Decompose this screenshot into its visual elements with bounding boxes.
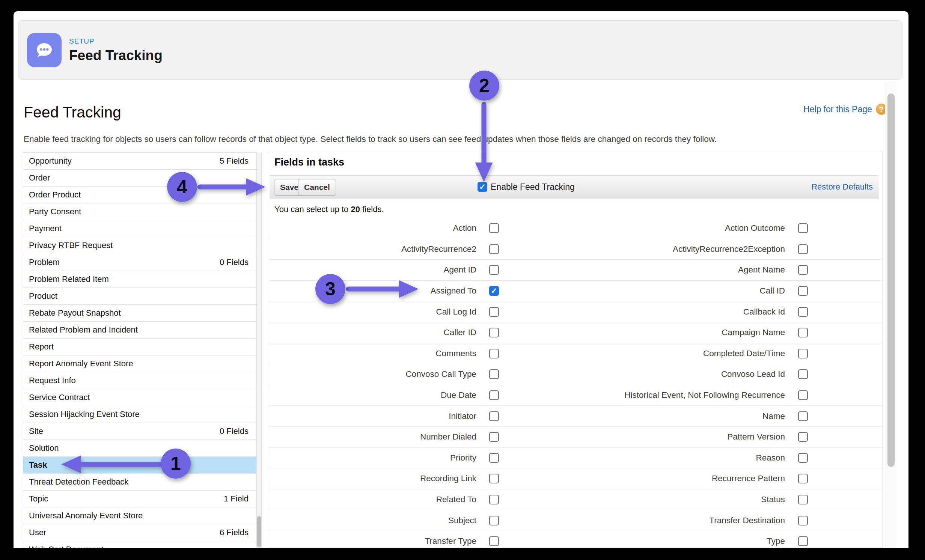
field-checkbox-historical-event-not-following-recurrence[interactable] [798, 390, 808, 400]
list-item-task[interactable]: Task [23, 457, 256, 474]
field-label: Historical Event, Not Following Recurren… [502, 385, 785, 406]
field-checkbox-activityrecurrence2[interactable] [489, 244, 499, 254]
field-checkbox-number-dialed[interactable] [489, 432, 499, 442]
field-label: Number Dialed [274, 427, 476, 447]
field-checkbox-related-to[interactable] [489, 495, 499, 504]
list-item-product[interactable]: Product [23, 288, 256, 305]
field-row: CommentsCompleted Date/Time [269, 343, 883, 364]
field-checkbox-completed-date-time[interactable] [798, 349, 808, 358]
field-checkbox-due-date[interactable] [489, 390, 499, 400]
field-row: ActionAction Outcome [269, 218, 883, 239]
field-label: Caller ID [274, 322, 476, 343]
field-checkbox-status[interactable] [798, 495, 808, 504]
list-item-threat-detection-feedback[interactable]: Threat Detection Feedback [23, 474, 256, 491]
field-checkbox-agent-id[interactable] [489, 265, 499, 275]
field-label: Agent Name [502, 260, 785, 280]
list-item-opportunity[interactable]: Opportunity5 Fields [23, 153, 256, 170]
cancel-button[interactable]: Cancel [298, 179, 336, 196]
field-label: Transfer Type [274, 531, 476, 548]
list-item-topic[interactable]: Topic1 Field [23, 491, 256, 507]
list-item-service-contract[interactable]: Service Contract [23, 389, 256, 406]
list-item-privacy-rtbf-request[interactable]: Privacy RTBF Request [23, 237, 256, 254]
field-checkbox-campaign-name[interactable] [798, 328, 808, 337]
field-row: InitiatorName [269, 406, 883, 427]
page-scrollbar-thumb[interactable] [887, 93, 895, 467]
list-item-problem-related-item[interactable]: Problem Related Item [23, 271, 256, 288]
field-label: Type [502, 531, 785, 548]
field-row: PriorityReason [269, 448, 883, 469]
object-name: Party Consent [29, 207, 249, 217]
field-checkbox-type[interactable] [798, 536, 808, 546]
field-checkbox-caller-id[interactable] [489, 328, 499, 337]
object-list-scrollbar[interactable] [256, 152, 262, 548]
field-checkbox-assigned-to[interactable] [489, 286, 499, 296]
object-name: Report [29, 342, 249, 352]
object-name: Product [29, 291, 249, 301]
fields-panel-title: Fields in tasks [274, 157, 344, 168]
field-checkbox-call-id[interactable] [798, 286, 808, 296]
list-item-solution[interactable]: Solution [23, 440, 256, 457]
list-item-user[interactable]: User6 Fields [23, 524, 256, 541]
field-checkbox-reason[interactable] [798, 453, 808, 463]
field-label: Name [502, 406, 785, 426]
fields-toolbar: Save Cancel Enable Feed Tracking Restore… [270, 175, 879, 199]
list-item-rebate-payout-snapshot[interactable]: Rebate Payout Snapshot [23, 305, 256, 322]
restore-defaults-link[interactable]: Restore Defaults [811, 182, 873, 192]
list-item-payment[interactable]: Payment [23, 220, 256, 237]
list-item-session-hijacking-event-store[interactable]: Session Hijacking Event Store [23, 406, 256, 423]
field-checkbox-action[interactable] [489, 223, 499, 233]
setup-header: SETUP Feed Tracking [18, 20, 902, 80]
object-name: Topic [29, 494, 224, 504]
field-label: Action [274, 218, 476, 239]
object-name: User [29, 528, 220, 537]
list-item-order-product[interactable]: Order Product [23, 187, 256, 203]
field-checkbox-callback-id[interactable] [798, 307, 808, 317]
list-item-report[interactable]: Report [23, 339, 256, 355]
field-checkbox-initiator[interactable] [489, 411, 499, 421]
enable-feed-tracking-group: Enable Feed Tracking [478, 176, 575, 198]
page-scrollbar[interactable] [885, 81, 896, 548]
field-checkbox-transfer-type[interactable] [489, 536, 499, 546]
object-name: Universal Anomaly Event Store [29, 511, 249, 521]
field-checkbox-name[interactable] [798, 411, 808, 421]
feed-chat-icon [27, 33, 62, 67]
list-item-site[interactable]: Site0 Fields [23, 423, 256, 440]
field-label: Callback Id [502, 301, 785, 322]
list-item-universal-anomaly-event-store[interactable]: Universal Anomaly Event Store [23, 507, 256, 524]
field-checkbox-comments[interactable] [489, 349, 499, 358]
field-row: Due DateHistorical Event, Not Following … [269, 385, 883, 406]
field-label: Recurrence Pattern [502, 468, 785, 489]
object-list-scrollbar-thumb[interactable] [257, 516, 261, 547]
field-checkbox-call-log-id[interactable] [489, 307, 499, 317]
field-checkbox-action-outcome[interactable] [798, 223, 808, 233]
list-item-web-cart-document[interactable]: Web Cart Document [23, 541, 256, 548]
field-checkbox-pattern-version[interactable] [798, 432, 808, 442]
list-item-order[interactable]: Order [23, 170, 256, 187]
field-checkbox-convoso-lead-id[interactable] [798, 369, 808, 379]
field-label: Related To [274, 489, 476, 510]
list-item-party-consent[interactable]: Party Consent [23, 203, 256, 220]
field-row: Convoso Call TypeConvoso Lead Id [269, 364, 883, 385]
field-checkbox-agent-name[interactable] [798, 265, 808, 275]
field-checkbox-transfer-destination[interactable] [798, 516, 808, 525]
object-name: Service Contract [29, 393, 249, 402]
list-item-report-anomaly-event-store[interactable]: Report Anomaly Event Store [23, 355, 256, 372]
field-checkbox-priority[interactable] [489, 453, 499, 463]
field-checkbox-convoso-call-type[interactable] [489, 369, 499, 379]
list-item-problem[interactable]: Problem0 Fields [23, 254, 256, 271]
field-row: Caller IDCampaign Name [269, 322, 883, 343]
list-item-related-problem-and-incident[interactable]: Related Problem and Incident [23, 322, 256, 339]
field-checkbox-activityrecurrence2exception[interactable] [798, 244, 808, 254]
help-for-this-page-link[interactable]: Help for this Page [803, 104, 887, 115]
field-checkbox-subject[interactable] [489, 516, 499, 525]
field-row: Assigned ToCall ID [269, 281, 883, 302]
object-name: Problem [29, 257, 220, 267]
field-checkbox-recurrence-pattern[interactable] [798, 474, 808, 483]
field-label: Subject [274, 510, 476, 531]
field-label: Initiator [274, 406, 476, 426]
enable-feed-tracking-checkbox[interactable] [478, 182, 487, 192]
field-limit-text: You can select up to 20 fields. [274, 205, 384, 214]
field-checkbox-recording-link[interactable] [489, 474, 499, 483]
list-item-request-info[interactable]: Request Info [23, 372, 256, 389]
field-label: Comments [274, 343, 476, 364]
